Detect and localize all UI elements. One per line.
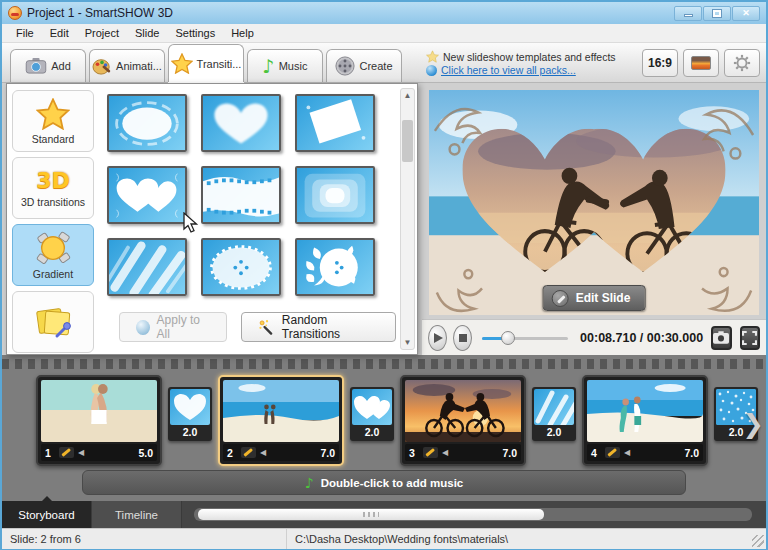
playback-bar: 00:08.710 / 00:30.000 (422, 319, 766, 355)
transition-chip-1[interactable]: 2.0 (168, 387, 212, 441)
transition-double-heart[interactable] (107, 166, 187, 224)
tab-create[interactable]: Create (326, 49, 402, 82)
slide-1-number: 1 (45, 447, 55, 459)
resize-grip[interactable] (752, 535, 764, 547)
sticky-notes-icon (33, 302, 73, 342)
transitions-panel: Standard 3D 3D transitions Gradient (6, 83, 418, 355)
seek-slider[interactable] (482, 331, 568, 345)
slide-preview[interactable]: Edit Slide (429, 90, 759, 315)
fullscreen-icon (742, 331, 757, 345)
slide-4-edit-icon[interactable] (605, 447, 620, 458)
music-note-icon: ♪ (263, 55, 275, 77)
playback-time: 00:08.710 / 00:30.000 (580, 331, 703, 345)
gold-circle-icon (34, 231, 72, 265)
palette-icon (92, 57, 112, 75)
slide-card-4[interactable]: 4 ◀ 7.0 (582, 375, 708, 466)
slide-1-edit-icon[interactable] (59, 447, 74, 458)
transition-diagonal-streaks[interactable] (107, 238, 187, 296)
menu-settings[interactable]: Settings (167, 25, 223, 41)
play-button[interactable] (428, 325, 447, 351)
menu-file[interactable]: File (8, 25, 42, 41)
view-packs-link[interactable]: Click here to view all packs... (441, 64, 576, 76)
category-3d[interactable]: 3D 3D transitions (12, 157, 94, 219)
category-gradient[interactable]: Gradient (12, 224, 94, 286)
storyboard-strip: 1 ◀ 5.0 2.0 2 ◀ (2, 355, 766, 501)
slide-3-speaker-icon[interactable]: ◀ (442, 448, 448, 457)
category-standard[interactable]: Standard (12, 90, 94, 152)
tab-music[interactable]: ♪ Music (247, 49, 323, 82)
slide-1-speaker-icon[interactable]: ◀ (78, 448, 84, 457)
status-project-path: C:\Dasha Desktop\Wedding fonts\materials… (287, 533, 508, 545)
streaks-transition-icon (534, 389, 574, 425)
settings-gear-button[interactable] (724, 49, 760, 77)
transition-film-strip-wave[interactable] (201, 166, 281, 224)
tab-transitions[interactable]: Transiti... (168, 44, 244, 82)
scroll-up-icon[interactable]: ▲ (404, 89, 412, 102)
close-button[interactable]: ✕ (732, 6, 760, 21)
menu-help[interactable]: Help (223, 25, 262, 41)
menu-project[interactable]: Project (77, 25, 127, 41)
magic-wand-icon (258, 318, 274, 336)
minimize-button[interactable] (674, 6, 702, 21)
apply-to-all-button[interactable]: Apply to All (119, 312, 227, 342)
slide-3-edit-icon[interactable] (423, 447, 438, 458)
slide-card-2[interactable]: 2 ◀ 7.0 (218, 375, 344, 466)
status-bar: Slide: 2 from 6 C:\Dasha Desktop\Wedding… (2, 528, 766, 549)
slide-3-duration[interactable]: 7.0 (502, 447, 517, 459)
edit-slide-button[interactable]: Edit Slide (543, 285, 646, 311)
transition-soft-heart[interactable] (201, 94, 281, 152)
transition-3-duration: 2.0 (534, 425, 574, 439)
transition-concentric-rects[interactable] (295, 166, 375, 224)
storyboard-next-arrow[interactable]: ❯ (742, 409, 764, 439)
3d-text-icon: 3D (36, 168, 70, 193)
transition-1-duration: 2.0 (170, 425, 210, 439)
fullscreen-button[interactable] (740, 326, 760, 350)
scrollbar-thumb[interactable] (402, 120, 413, 162)
stop-icon (459, 334, 467, 342)
transitions-scrollbar[interactable]: ▲ ▼ (400, 88, 415, 350)
tab-add[interactable]: Add (10, 49, 86, 82)
scroll-down-icon[interactable]: ▼ (404, 336, 412, 349)
category-partial[interactable] (12, 291, 94, 353)
tab-storyboard[interactable]: Storyboard (2, 501, 92, 528)
stop-button[interactable] (453, 325, 472, 351)
slide-4-thumbnail (587, 380, 703, 442)
slide-2-duration[interactable]: 7.0 (320, 447, 335, 459)
transition-oval-burst[interactable] (201, 238, 281, 296)
background-image-button[interactable] (683, 49, 719, 77)
transition-tilted-page[interactable] (295, 94, 375, 152)
seek-knob[interactable] (501, 331, 515, 345)
film-reel-icon (335, 56, 355, 76)
transition-swirl-oval[interactable] (107, 94, 187, 152)
hscrollbar-thumb[interactable] (198, 509, 544, 520)
transition-spike-circle[interactable] (295, 238, 375, 296)
sunset-picture-icon (691, 56, 711, 70)
toolbar: Add Animati... Transiti... ♪ Music Creat… (2, 43, 766, 83)
slide-card-3[interactable]: 3 ◀ 7.0 (400, 375, 526, 466)
title-bar[interactable]: Project 1 - SmartSHOW 3D ✕ (2, 2, 766, 24)
slide-2-edit-icon[interactable] (241, 447, 256, 458)
slide-4-speaker-icon[interactable]: ◀ (624, 448, 630, 457)
slide-4-duration[interactable]: 7.0 (684, 447, 699, 459)
slide-3-thumbnail (405, 380, 521, 442)
packs-sphere-icon (426, 65, 437, 76)
transition-chip-3[interactable]: 2.0 (532, 387, 576, 441)
main-area: Standard 3D 3D transitions Gradient (2, 83, 766, 355)
slide-2-speaker-icon[interactable]: ◀ (260, 448, 266, 457)
pale-star-icon (426, 50, 439, 63)
film-sprockets (2, 359, 766, 369)
transition-chip-2[interactable]: 2.0 (350, 387, 394, 441)
random-transitions-button[interactable]: Random Transitions (241, 312, 396, 342)
transitions-grid (105, 90, 396, 306)
tab-timeline[interactable]: Timeline (92, 501, 182, 528)
snapshot-button[interactable] (711, 326, 731, 350)
tab-animation[interactable]: Animati... (89, 49, 165, 82)
maximize-button[interactable] (703, 6, 731, 21)
aspect-ratio-button[interactable]: 16:9 (642, 49, 678, 77)
storyboard-hscrollbar[interactable] (194, 508, 752, 521)
add-music-bar[interactable]: ♪ Double-click to add music (82, 470, 686, 495)
slide-card-1[interactable]: 1 ◀ 5.0 (36, 375, 162, 466)
slide-1-duration[interactable]: 5.0 (138, 447, 153, 459)
menu-edit[interactable]: Edit (42, 25, 77, 41)
menu-slide[interactable]: Slide (127, 25, 167, 41)
